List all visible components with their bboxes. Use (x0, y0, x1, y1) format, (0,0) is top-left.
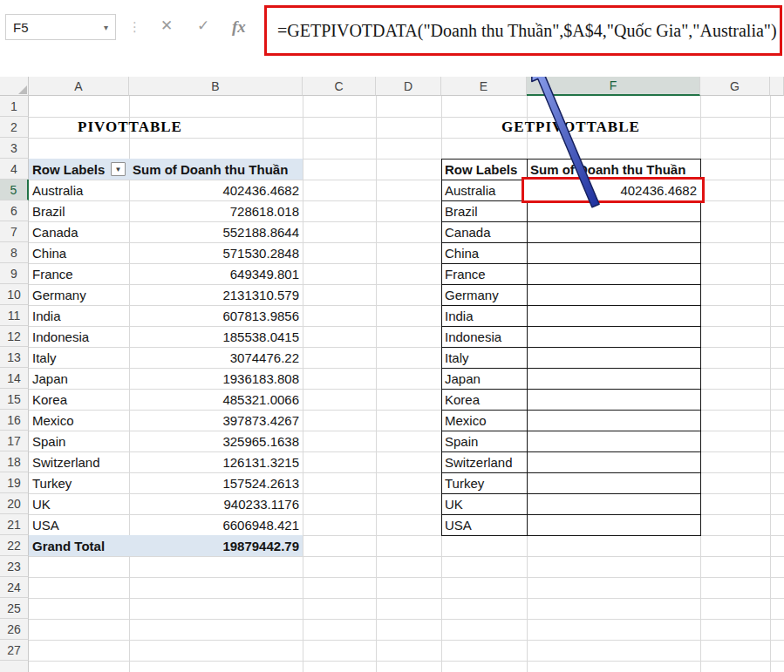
row-header-9[interactable]: 9 (0, 263, 29, 284)
row-header-25[interactable]: 25 (0, 598, 29, 619)
pivot-row-value[interactable]: 607813.9856 (129, 305, 303, 326)
row-header-10[interactable]: 10 (0, 284, 29, 305)
pivot-row-label[interactable]: China (29, 242, 129, 263)
gpd-row-label[interactable]: Brazil (441, 200, 527, 221)
pivot-row-label[interactable]: Spain (29, 431, 129, 451)
selected-cell-f5[interactable]: 402436.4682 (522, 177, 705, 203)
row-header-5[interactable]: 5 (0, 180, 29, 200)
gpd-row-label[interactable]: Switzerland (441, 451, 527, 472)
pivot-row-value[interactable]: 126131.3215 (129, 451, 303, 472)
pivot-row-value[interactable]: 552188.8644 (129, 221, 303, 242)
column-header-b[interactable]: B (129, 77, 303, 96)
pivot-grand-total-value[interactable]: 19879442.79 (129, 535, 303, 556)
row-header-7[interactable]: 7 (0, 221, 29, 242)
pivot-row-label[interactable]: Australia (29, 180, 129, 200)
gpd-row-label[interactable]: Italy (441, 347, 527, 368)
filter-dropdown-icon[interactable]: ▼ (111, 162, 126, 176)
select-all-corner[interactable] (0, 77, 29, 96)
row-header-1[interactable]: 1 (0, 96, 29, 117)
pivot-row-value[interactable]: 397873.4267 (129, 410, 303, 431)
row-header-18[interactable]: 18 (0, 451, 29, 472)
pivot-row-label[interactable]: UK (29, 493, 129, 514)
row-header-12[interactable]: 12 (0, 326, 29, 347)
column-header-g[interactable]: G (700, 77, 770, 96)
row-header-17[interactable]: 17 (0, 431, 29, 451)
pivot-row-value[interactable]: 402436.4682 (129, 180, 303, 200)
pivot-row-label[interactable]: Korea (29, 389, 129, 410)
row-header-16[interactable]: 16 (0, 410, 29, 431)
pivot-row-value[interactable]: 485321.0066 (129, 389, 303, 410)
row-header-24[interactable]: 24 (0, 577, 29, 598)
gpd-row-label[interactable]: Turkey (441, 472, 527, 493)
row-header-2[interactable]: 2 (0, 117, 29, 138)
row-header-14[interactable]: 14 (0, 368, 29, 389)
pivot-row-label[interactable]: USA (29, 514, 129, 535)
row-header-4[interactable]: 4 (0, 159, 29, 180)
pivot-grand-total-label[interactable]: Grand Total (29, 535, 129, 556)
column-header-f[interactable]: F (527, 77, 700, 96)
gpd-row-label[interactable]: Canada (441, 221, 527, 242)
pivot-row-value[interactable]: 571530.2848 (129, 242, 303, 263)
column-header-a[interactable]: A (29, 77, 129, 96)
row-header-23[interactable]: 23 (0, 556, 29, 577)
row-header-22[interactable]: 22 (0, 535, 29, 556)
column-header-e[interactable]: E (441, 77, 527, 96)
pivot-row-label[interactable]: Canada (29, 221, 129, 242)
pivot-row-value[interactable]: 6606948.421 (129, 514, 303, 535)
gpd-row-label[interactable]: Mexico (441, 410, 527, 431)
pivot-row-label[interactable]: Brazil (29, 200, 129, 221)
pivot-header-row-labels[interactable]: Row Labels ▼ (29, 159, 129, 180)
gpd-row-label[interactable]: China (441, 242, 527, 263)
pivot-row-value[interactable]: 325965.1638 (129, 431, 303, 451)
pivot-row-value[interactable]: 157524.2613 (129, 472, 303, 493)
row-header-26[interactable]: 26 (0, 619, 29, 640)
gpd-row-label[interactable]: UK (441, 493, 527, 514)
pivot-row-label[interactable]: Switzerland (29, 451, 129, 472)
pivot-row-label[interactable]: Indonesia (29, 326, 129, 347)
name-box-dropdown-icon[interactable]: ▾ (104, 23, 108, 32)
gpd-row-label[interactable]: USA (441, 514, 527, 535)
column-header-d[interactable]: D (376, 77, 441, 96)
row-header-27[interactable]: 27 (0, 640, 29, 661)
row-header-13[interactable]: 13 (0, 347, 29, 368)
gpd-row-label[interactable]: Indonesia (441, 326, 527, 347)
pivot-header-value[interactable]: Sum of Doanh thu Thuần (129, 159, 303, 180)
gpd-row-label[interactable]: Spain (441, 431, 527, 451)
pivot-row-value[interactable]: 728618.018 (129, 200, 303, 221)
row-header-8[interactable]: 8 (0, 242, 29, 263)
pivot-row-label[interactable]: Turkey (29, 472, 129, 493)
pivot-row-label[interactable]: Italy (29, 347, 129, 368)
pivot-row-value[interactable]: 649349.801 (129, 263, 303, 284)
pivot-row-label[interactable]: France (29, 263, 129, 284)
gpd-row-label[interactable]: Australia (441, 180, 527, 200)
enter-icon[interactable]: ✓ (197, 18, 209, 33)
pivot-row-value[interactable]: 1936183.808 (129, 368, 303, 389)
pivot-row-value[interactable]: 940233.1176 (129, 493, 303, 514)
formula-input[interactable]: =GETPIVOTDATA("Doanh thu Thuần",$A$4,"Qu… (277, 21, 777, 41)
gpd-row-label[interactable]: Korea (441, 389, 527, 410)
row-header-15[interactable]: 15 (0, 389, 29, 410)
row-header-21[interactable]: 21 (0, 514, 29, 535)
pivot-row-label[interactable]: India (29, 305, 129, 326)
insert-function-icon[interactable]: fx (232, 18, 246, 35)
row-header-6[interactable]: 6 (0, 200, 29, 221)
row-header-20[interactable]: 20 (0, 493, 29, 514)
column-header-c[interactable]: C (303, 77, 376, 96)
cancel-icon[interactable]: ✕ (160, 18, 173, 33)
gpd-row-label[interactable]: Japan (441, 368, 527, 389)
row-header-11[interactable]: 11 (0, 305, 29, 326)
row-header-19[interactable]: 19 (0, 472, 29, 493)
gpd-header-row-labels[interactable]: Row Labels (441, 159, 527, 180)
row-header-28[interactable] (0, 661, 29, 672)
row-header-3[interactable]: 3 (0, 138, 29, 159)
gpd-row-label[interactable]: France (441, 263, 527, 284)
pivot-row-value[interactable]: 185538.0415 (129, 326, 303, 347)
gpd-row-label[interactable]: Germany (441, 284, 527, 305)
pivot-row-value[interactable]: 2131310.579 (129, 284, 303, 305)
name-box[interactable]: F5 ▾ (5, 14, 116, 40)
pivot-row-value[interactable]: 3074476.22 (129, 347, 303, 368)
pivot-row-label[interactable]: Germany (29, 284, 129, 305)
gpd-row-label[interactable]: India (441, 305, 527, 326)
pivot-row-label[interactable]: Japan (29, 368, 129, 389)
pivot-row-label[interactable]: Mexico (29, 410, 129, 431)
